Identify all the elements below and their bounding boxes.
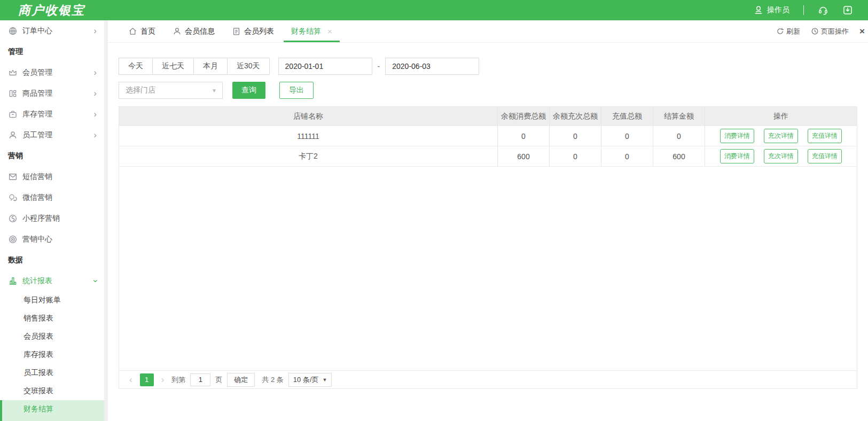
date-to-input[interactable] xyxy=(392,62,489,71)
sidebar-item-label: 订单中心 xyxy=(22,26,52,36)
sidebar-item-sms-marketing[interactable]: 短信营销 xyxy=(0,166,104,187)
next-page-icon[interactable]: › xyxy=(159,375,167,384)
tabbar-controls: 刷新 页面操作 × xyxy=(776,20,868,42)
range-30days-button[interactable]: 近30天 xyxy=(227,58,270,75)
date-filter-row: 今天 近七天 本月 近30天 - xyxy=(119,58,857,75)
column-header-actions: 操作 xyxy=(705,107,857,126)
tab-member-info[interactable]: 会员信息 xyxy=(164,20,223,42)
store-select[interactable]: 选择门店 ▼ xyxy=(119,82,223,99)
target-icon xyxy=(8,235,18,244)
times-detail-button[interactable]: 充次详情 xyxy=(764,129,798,143)
close-all-icon[interactable]: × xyxy=(859,26,866,37)
tab-member-list[interactable]: 会员列表 xyxy=(223,20,283,42)
range-month-button[interactable]: 本月 xyxy=(193,58,227,75)
sidebar-item-order-center[interactable]: 订单中心 › xyxy=(0,20,104,41)
prev-page-icon[interactable]: ‹ xyxy=(127,375,135,384)
sidebar-sub-daily-report[interactable]: 每日对账单 xyxy=(0,291,104,309)
tab-label: 财务结算 xyxy=(291,27,321,36)
goto-page-input[interactable] xyxy=(190,373,210,386)
refresh-button[interactable]: 刷新 xyxy=(776,27,800,36)
person-icon xyxy=(173,27,182,36)
quick-range-group: 今天 近七天 本月 近30天 xyxy=(119,58,270,75)
bar-chart-icon xyxy=(8,276,18,286)
home-icon xyxy=(128,27,137,36)
bottom-spacer xyxy=(119,389,857,421)
app-logo: 商户收银宝 xyxy=(18,2,85,19)
sidebar-item-inventory-manage[interactable]: 库存管理 › xyxy=(0,104,104,124)
range-today-button[interactable]: 今天 xyxy=(119,58,152,75)
store-filter-row: 选择门店 ▼ 查询 导出 xyxy=(119,82,857,99)
sidebar-item-staff-manage[interactable]: 员工管理 › xyxy=(0,124,104,145)
sidebar-item-miniprogram-marketing[interactable]: 小程序营销 xyxy=(0,208,104,229)
sidebar-item-member-manage[interactable]: 会员管理 › xyxy=(0,62,104,83)
headset-icon xyxy=(818,5,828,15)
close-icon[interactable]: × xyxy=(327,27,332,36)
pagination-bar: ‹ 1 › 到第 页 确定 共 2 条 10 条/页 ▼ xyxy=(119,370,857,388)
goto-confirm-button[interactable]: 确定 xyxy=(227,373,255,387)
header-right: 操作员 xyxy=(753,5,853,15)
cell-balance-consume: 600 xyxy=(497,146,549,166)
page-actions-button[interactable]: 页面操作 xyxy=(811,27,849,36)
cell-store-name: 111111 xyxy=(119,126,497,146)
cell-settlement: 600 xyxy=(653,146,705,166)
tab-label: 会员列表 xyxy=(244,27,274,36)
sidebar-item-label: 员工管理 xyxy=(22,130,52,140)
cell-settlement: 0 xyxy=(653,126,705,146)
sidebar-item-marketing-center[interactable]: 营销中心 xyxy=(0,229,104,250)
current-page-button[interactable]: 1 xyxy=(140,373,154,386)
export-button[interactable]: 导出 xyxy=(279,82,314,99)
column-header-balance-times: 余额充次总额 xyxy=(549,107,601,126)
document-icon xyxy=(232,27,241,36)
sidebar-sub-inventory-report[interactable]: 库存报表 xyxy=(0,346,104,364)
consume-detail-button[interactable]: 消费详情 xyxy=(720,149,754,163)
caret-down-icon: ▼ xyxy=(323,377,327,383)
page-size-select[interactable]: 10 条/页 ▼ xyxy=(288,373,332,387)
times-detail-button[interactable]: 充次详情 xyxy=(764,149,798,163)
total-count-label: 共 2 条 xyxy=(262,375,283,385)
sidebar-sub-member-report[interactable]: 会员报表 xyxy=(0,328,104,346)
sidebar-content-divider xyxy=(104,20,108,421)
download-icon xyxy=(842,5,853,15)
recharge-detail-button[interactable]: 充值详情 xyxy=(808,129,842,143)
chevron-right-icon: › xyxy=(93,89,97,98)
chevron-right-icon: › xyxy=(93,130,97,139)
range-week-button[interactable]: 近七天 xyxy=(152,58,193,75)
sidebar-item-label: 微信营销 xyxy=(22,193,52,202)
refresh-icon xyxy=(776,27,784,35)
column-header-settlement: 结算金额 xyxy=(653,107,705,126)
sidebar-item-wechat-marketing[interactable]: 微信营销 xyxy=(0,187,104,208)
tab-home[interactable]: 首页 xyxy=(120,20,164,42)
sidebar-item-label: 统计报表 xyxy=(22,276,52,286)
cell-balance-consume: 0 xyxy=(497,126,549,146)
sidebar-item-goods-manage[interactable]: 商品管理 › xyxy=(0,83,104,104)
sidebar-sub-finance-settlement[interactable]: 财务结算 xyxy=(0,400,104,421)
chevron-right-icon: › xyxy=(93,26,97,35)
sidebar-sub-staff-report[interactable]: 员工报表 xyxy=(0,364,104,382)
cell-recharge-total: 0 xyxy=(601,146,653,166)
tab-finance-settlement[interactable]: 财务结算 × xyxy=(283,20,341,42)
goto-page-suffix: 页 xyxy=(215,375,222,385)
page-actions-label: 页面操作 xyxy=(821,27,849,36)
support-button[interactable] xyxy=(818,5,828,15)
sidebar-section-data: 数据 xyxy=(0,250,104,270)
recharge-detail-button[interactable]: 充值详情 xyxy=(808,149,842,163)
column-header-recharge-total: 充值总额 xyxy=(601,107,653,126)
sidebar-item-reports[interactable]: 统计报表 › xyxy=(0,270,104,291)
sidebar-sub-sales-report[interactable]: 销售报表 xyxy=(0,309,104,328)
query-button[interactable]: 查询 xyxy=(232,82,265,99)
inventory-box-icon xyxy=(8,110,18,119)
download-button[interactable] xyxy=(842,5,853,15)
sidebar-item-label: 会员管理 xyxy=(22,68,52,77)
date-from-input[interactable] xyxy=(285,62,382,71)
tab-bar: 首页 会员信息 会员列表 财务结算 × 刷新 xyxy=(108,20,868,43)
main-content: 首页 会员信息 会员列表 财务结算 × 刷新 xyxy=(108,20,868,421)
cell-balance-times: 0 xyxy=(549,146,601,166)
sidebar-item-label: 小程序营销 xyxy=(22,214,60,223)
operator-menu[interactable]: 操作员 xyxy=(753,5,789,15)
sidebar-sub-shift-report[interactable]: 交班报表 xyxy=(0,382,104,400)
date-to-field[interactable] xyxy=(385,58,479,75)
date-from-field[interactable] xyxy=(278,58,372,75)
cell-balance-times: 0 xyxy=(549,126,601,146)
sidebar-section-marketing: 营销 xyxy=(0,145,104,166)
consume-detail-button[interactable]: 消费详情 xyxy=(720,129,754,143)
